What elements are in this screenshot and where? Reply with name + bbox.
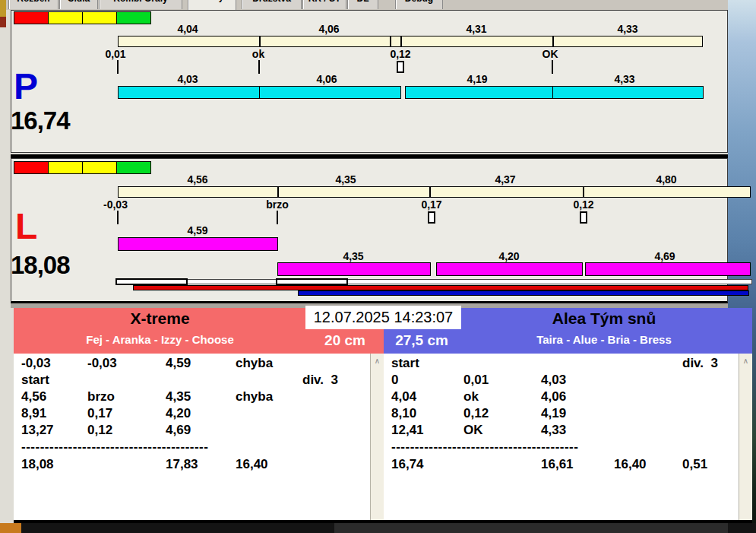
l-scale-label: 4,37 <box>467 173 543 186</box>
team-left-name: X-treme <box>14 309 306 328</box>
p-tick-mark <box>258 60 260 74</box>
traffic-light-l <box>14 161 151 174</box>
p-scale-label: 4,33 <box>590 23 666 35</box>
table-total: 16,74 <box>391 457 424 472</box>
table-cell: 4,04 <box>391 389 416 405</box>
p-tick-mark <box>552 60 553 74</box>
tab-kombi-oraly[interactable]: Kombi Orály <box>99 0 182 9</box>
table-cell: 0 <box>391 373 398 388</box>
table-cell: 4,35 <box>166 389 191 405</box>
table-cell: div. 3 <box>682 356 718 371</box>
table-cell: chyba <box>236 389 273 405</box>
p-bar-label: 4,33 <box>587 73 663 85</box>
table-cell: 4,56 <box>21 389 46 405</box>
tab-cidla[interactable]: Čidla <box>59 0 98 9</box>
table-cell: 0,01 <box>463 373 489 388</box>
table-cell: 8,10 <box>391 406 416 421</box>
table-cell: 4,33 <box>541 423 566 438</box>
scroll-up-icon[interactable]: ∧ <box>739 357 752 365</box>
p-scale-bar <box>118 36 703 47</box>
table-cell: 0,17 <box>87 406 112 421</box>
l-mark-label: 0,12 <box>546 198 622 211</box>
l-scale-divider <box>277 187 279 197</box>
p-mark-label: 0,01 <box>77 48 153 60</box>
l-error-box <box>580 211 587 224</box>
l-segment-bar <box>118 237 278 251</box>
p-error-box <box>397 61 404 73</box>
progress-segment-outline <box>115 278 188 285</box>
table-cell: chyba <box>236 356 273 371</box>
p-segment-bar <box>259 86 401 99</box>
p-bar-label: 4,19 <box>439 73 515 85</box>
light-green <box>116 11 151 24</box>
l-scale-label: 4,35 <box>308 173 384 186</box>
p-mark-label: OK <box>512 48 588 60</box>
light-yellow-2 <box>82 161 117 174</box>
tab-druzstva[interactable]: Družstva <box>242 0 302 9</box>
p-total-time: 16,74 <box>11 106 70 135</box>
table-cell: ok <box>463 389 479 405</box>
footer-grey-segment <box>334 523 728 533</box>
light-red <box>14 11 49 24</box>
tab-rozbeh[interactable]: Rozběh <box>8 0 59 9</box>
l-bar-label: 4,59 <box>160 224 236 236</box>
l-mark-label: brzo <box>239 198 315 211</box>
table-divider: ---------------------------------------- <box>21 439 208 455</box>
table-cell: start <box>21 373 49 388</box>
l-tick-mark <box>117 211 119 224</box>
team-left-height-category: 20 cm <box>306 332 384 349</box>
table-cell: 4,59 <box>166 356 191 371</box>
table-cell: 4,03 <box>541 373 566 388</box>
tab-dl[interactable]: DL <box>347 0 378 9</box>
table-cell: 0,12 <box>463 406 489 421</box>
table-total: 16,40 <box>236 457 268 472</box>
l-letter: L <box>15 205 37 247</box>
l-segment-bar <box>277 262 431 276</box>
l-segment-bar <box>436 262 583 276</box>
p-segment-bar <box>118 86 260 99</box>
traffic-light-p <box>14 11 151 24</box>
l-scale-divider <box>429 187 431 197</box>
l-error-box <box>428 211 435 224</box>
table-cell: 12,41 <box>391 423 424 438</box>
tab-kr-st[interactable]: KR / ST <box>302 0 346 9</box>
p-segment-bar <box>405 86 553 99</box>
tab-debug[interactable]: Debug <box>395 0 443 9</box>
l-scale-label: 4,56 <box>160 173 236 186</box>
table-total: 16,40 <box>614 457 647 472</box>
p-scale-divider <box>390 36 391 46</box>
l-mark-label: 0,17 <box>394 198 470 211</box>
team-right-name: Alea Tým snů <box>456 309 752 328</box>
table-divider: ---------------------------------------- <box>391 439 578 455</box>
right-table-scrollbar[interactable]: ∧ <box>739 354 752 520</box>
p-letter: P <box>14 65 38 107</box>
p-bar-label: 4,06 <box>289 73 365 85</box>
left-table-scrollbar[interactable]: ∧ <box>370 354 384 520</box>
p-scale-divider <box>552 36 554 46</box>
light-yellow-1 <box>48 11 83 24</box>
progress-track <box>115 279 752 284</box>
p-bar-label: 4,03 <box>150 73 226 85</box>
scroll-up-icon[interactable]: ∧ <box>371 357 384 365</box>
light-yellow-2 <box>82 11 117 24</box>
l-segment-bar <box>585 262 751 276</box>
table-cell: -0,03 <box>21 356 51 371</box>
p-scale-label: 4,31 <box>438 23 514 35</box>
team-right-height-category: 27,5 cm <box>384 332 460 349</box>
table-cell: 4,06 <box>541 389 566 405</box>
table-cell: start <box>391 356 419 371</box>
l-total-time: 18,08 <box>11 251 70 280</box>
light-yellow-1 <box>48 161 83 174</box>
l-tick-mark <box>277 211 278 224</box>
light-green <box>116 161 151 174</box>
table-cell: brzo <box>87 389 115 405</box>
tab-oraly[interactable]: Orály <box>188 0 236 10</box>
datetime-box: 12.07.2025 14:23:07 <box>305 306 461 329</box>
p-scale-divider <box>400 36 402 46</box>
l-bar-label: 4,20 <box>471 250 547 262</box>
l-scale-bar <box>118 186 751 198</box>
table-cell: -0,03 <box>87 356 117 371</box>
p-scale-label: 4,06 <box>291 23 367 35</box>
p-scale-label: 4,04 <box>150 23 226 35</box>
l-bar-label: 4,69 <box>627 250 703 262</box>
